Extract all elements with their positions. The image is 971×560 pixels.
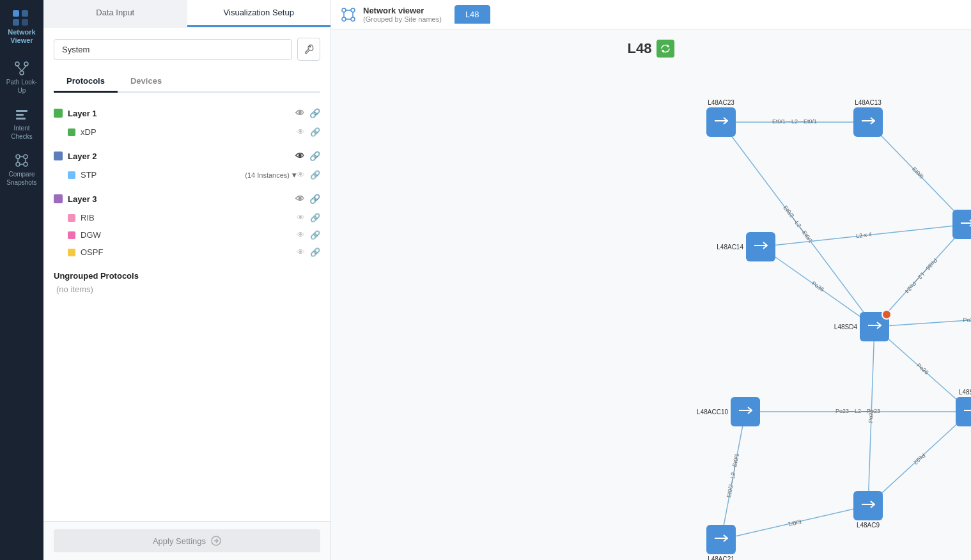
node-l48ac14-label: L48AC14	[717, 244, 743, 251]
node-l48sd3-label: L48SD3	[959, 389, 971, 396]
svg-line-7	[17, 66, 22, 71]
node-l48ac13-label: L48AC13	[855, 99, 882, 106]
svg-text:Po22: Po22	[912, 452, 926, 466]
layer-1-link-icon[interactable]: 🔗	[309, 108, 320, 118]
protocol-stp-visibility-icon[interactable]: 👁	[297, 170, 305, 180]
node-l48ac13[interactable]: L48AC13	[853, 107, 883, 137]
system-dropdown[interactable]: System	[54, 39, 292, 60]
layer-3-name: Layer 3	[68, 194, 97, 204]
protocol-dgw-link-icon[interactable]: 🔗	[310, 230, 320, 240]
tabs-header: Data Input Visualization Setup	[43, 0, 330, 27]
protocol-ospf-visibility-icon[interactable]: 👁	[297, 247, 305, 257]
protocol-xdp-link-icon[interactable]: 🔗	[310, 127, 320, 137]
viewer-title: Network viewer	[363, 6, 442, 15]
viewer-header: Network viewer (Grouped by Site names) L…	[331, 0, 971, 29]
protocol-stp-instances: (14 Instances)	[245, 171, 290, 179]
layer-2-visibility-icon[interactable]: 👁	[295, 151, 304, 161]
svg-rect-9	[16, 110, 27, 112]
protocol-ospf: OSPF 👁 🔗	[54, 244, 320, 261]
sub-tab-protocols[interactable]: Protocols	[54, 71, 118, 93]
svg-line-34	[721, 122, 874, 327]
node-l48ac21-label: L48AC21	[708, 556, 734, 560]
svg-line-40	[967, 122, 971, 224]
svg-line-68	[721, 506, 868, 540]
node-l48sd3[interactable]: L48SD3	[956, 397, 971, 426]
protocol-dgw-name: DGW	[81, 230, 297, 240]
node-l48sd6[interactable]: L48SD6	[952, 210, 971, 239]
svg-rect-11	[16, 118, 26, 120]
protocol-ospf-color	[68, 249, 75, 256]
layer-3-section: Layer 3 👁 🔗 RIB 👁 🔗 DGW	[54, 189, 320, 261]
svg-text:Po27: Po27	[963, 316, 971, 323]
protocol-xdp: xDP 👁 🔗	[54, 123, 320, 141]
svg-text:Po23—L2—Po23: Po23—L2—Po23	[835, 408, 880, 414]
sidebar-item-path-lookup[interactable]: Path Look-Up	[0, 55, 43, 101]
svg-text:Po36—L2—Po24: Po36—L2—Po24	[904, 257, 938, 295]
node-l48acc10[interactable]: L48ACC10	[731, 397, 760, 426]
protocol-dgw-visibility-icon[interactable]: 👁	[297, 230, 305, 240]
sidebar-logo[interactable]: Network Viewer	[5, 5, 38, 50]
wrench-button[interactable]	[297, 38, 320, 61]
svg-text:Et0/1—L2—Et0/1: Et0/1—L2—Et0/1	[772, 118, 817, 125]
sidebar-item-intent-checks-label: Intent Checks	[3, 124, 41, 141]
tab-data-input[interactable]: Data Input	[43, 0, 187, 27]
layer-2-section: Layer 2 👁 🔗 STP (14 Instances) ▾ 👁 🔗	[54, 146, 320, 183]
node-l48ac9[interactable]: L48AC9	[853, 491, 883, 520]
layer-1-color	[54, 109, 63, 118]
config-panel: Data Input Visualization Setup System Pr…	[43, 0, 331, 560]
sidebar-item-compare-snapshots[interactable]: Compare Snapshots	[0, 147, 43, 193]
apply-settings-button[interactable]: Apply Settings	[54, 529, 320, 552]
svg-text:Et0/2—L2—Et0/1: Et0/2—L2—Et0/1	[726, 453, 740, 499]
protocol-stp-expand-icon[interactable]: ▾	[292, 170, 297, 180]
svg-line-64	[868, 412, 970, 506]
protocol-stp-link-icon[interactable]: 🔗	[310, 170, 320, 180]
tab-visualization-setup[interactable]: Visualization Setup	[187, 0, 331, 27]
apply-btn-row: Apply Settings	[43, 521, 330, 560]
graph-title: L48	[628, 40, 675, 58]
sub-tab-devices[interactable]: Devices	[118, 71, 175, 93]
layer-3-visibility-icon[interactable]: 👁	[295, 194, 304, 204]
protocol-xdp-name: xDP	[81, 127, 297, 137]
svg-point-5	[24, 62, 28, 66]
protocol-stp-actions: 👁 🔗	[297, 170, 320, 180]
node-l48ac21[interactable]: L48AC21	[706, 525, 736, 554]
protocol-rib-visibility-icon[interactable]: 👁	[297, 213, 305, 222]
viewer-canvas[interactable]: Et0/1—L2—Et0/1Et0/0Et0/2—L2—Et0/1Po36L2 …	[331, 29, 971, 560]
viewer-tab-l48[interactable]: L48	[454, 5, 490, 24]
network-viewer-icon	[341, 8, 355, 22]
node-l48ac9-icon	[861, 499, 875, 513]
node-l48ac23[interactable]: L48AC23	[706, 107, 736, 137]
svg-rect-2	[13, 19, 19, 26]
layer-1-name: Layer 1	[68, 109, 97, 118]
protocol-ospf-link-icon[interactable]: 🔗	[310, 247, 320, 257]
svg-point-14	[16, 162, 20, 166]
sidebar-item-path-lookup-label: Path Look-Up	[3, 78, 41, 95]
layer-2-link-icon[interactable]: 🔗	[309, 151, 320, 161]
svg-point-22	[342, 8, 346, 12]
protocol-rib: RIB 👁 🔗	[54, 209, 320, 226]
protocol-stp-name: STP	[81, 170, 242, 180]
layer-3-link-icon[interactable]: 🔗	[309, 194, 320, 204]
svg-point-24	[342, 17, 346, 21]
svg-text:Po36: Po36	[811, 280, 825, 293]
node-l48sd6-icon	[960, 218, 971, 231]
graph-title-refresh-icon[interactable]	[656, 40, 674, 58]
protocol-rib-link-icon[interactable]: 🔗	[310, 213, 320, 222]
ungrouped-empty-text: (no items)	[54, 284, 320, 294]
svg-text:Po26: Po26	[915, 362, 929, 375]
svg-point-4	[15, 62, 19, 66]
protocol-xdp-actions: 👁 🔗	[297, 127, 320, 137]
sidebar-item-intent-checks[interactable]: Intent Checks	[0, 101, 43, 147]
layer-3-header[interactable]: Layer 3 👁 🔗	[54, 189, 320, 209]
layer-1-visibility-icon[interactable]: 👁	[295, 108, 304, 118]
node-l48ac14[interactable]: L48AC14	[746, 232, 775, 261]
protocol-ospf-name: OSPF	[81, 247, 297, 257]
ungrouped-section: Ungrouped Protocols (no items)	[54, 271, 320, 294]
layer-1-header[interactable]: Layer 1 👁 🔗	[54, 103, 320, 123]
protocol-xdp-visibility-icon[interactable]: 👁	[297, 127, 305, 137]
svg-text:Et0/1: Et0/1	[788, 518, 802, 527]
layer-2-header[interactable]: Layer 2 👁 🔗	[54, 146, 320, 166]
svg-rect-3	[22, 19, 28, 26]
node-l48sd4[interactable]: L48SD4	[860, 312, 889, 341]
sub-tabs: Protocols Devices	[54, 71, 320, 93]
